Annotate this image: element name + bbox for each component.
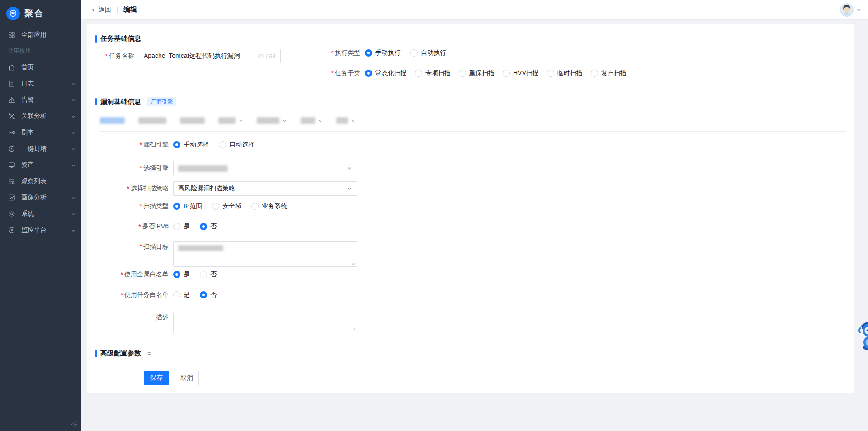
back-button[interactable]: 返回 <box>91 6 111 14</box>
description-textarea[interactable] <box>173 313 357 333</box>
exec-type-radio-group: 手动执行 自动执行 <box>365 49 446 57</box>
radio-auto-exec[interactable]: 自动执行 <box>410 49 446 57</box>
radio-hvv-scan[interactable]: HVV扫描 <box>503 69 539 77</box>
sidebar-item-label: 监控平台 <box>21 226 71 234</box>
chevron-down-icon <box>318 118 323 123</box>
policy-select-dropdown[interactable]: 高风险漏洞扫描策略 <box>173 181 357 196</box>
field-label: * 选择扫描策略 <box>95 185 169 193</box>
sidebar-item-logs[interactable]: 日志 <box>0 76 81 92</box>
correlation-icon <box>8 113 15 120</box>
required-marker: * <box>331 49 334 57</box>
resize-handle[interactable] <box>351 327 356 332</box>
field-label: * 扫描类型 <box>95 202 169 210</box>
sidebar-item-correlation[interactable]: 关联分析 <box>0 108 81 124</box>
sidebar-item-all-apps[interactable]: 全部应用 <box>0 27 81 43</box>
radio-dot <box>251 203 259 210</box>
radio-special-scan[interactable]: 专项扫描 <box>415 69 451 77</box>
field-label: * 选择引擎 <box>95 164 169 172</box>
chevron-down-icon[interactable] <box>856 7 862 13</box>
radio-security-domain[interactable]: 安全域 <box>212 202 241 210</box>
radio-rescan[interactable]: 复扫扫描 <box>591 69 627 77</box>
radio-manual-exec[interactable]: 手动执行 <box>365 49 401 57</box>
field-scan-type: * 扫描类型 IP范围 安全域 业务系统 <box>95 202 287 210</box>
cancel-button[interactable]: 取消 <box>175 371 199 385</box>
chevron-down-icon <box>71 212 76 217</box>
required-marker: * <box>138 223 141 230</box>
resize-handle[interactable] <box>351 261 356 265</box>
radio-task-wl-no[interactable]: 否 <box>200 291 217 299</box>
field-exec-type: * 执行类型 手动执行 自动执行 <box>295 49 446 57</box>
radio-dot <box>410 49 418 57</box>
required-marker: * <box>140 239 142 254</box>
field-label: * 使用任务白名单 <box>95 291 169 299</box>
required-marker: * <box>121 271 123 278</box>
radio-dot <box>200 291 207 298</box>
vendor-tab-redacted[interactable] <box>180 117 205 124</box>
engine-select-dropdown[interactable] <box>173 161 357 175</box>
task-name-input[interactable]: Apache_Tomcat远程代码执行漏洞 21 / 64 <box>139 49 281 63</box>
required-marker: * <box>121 291 123 298</box>
required-marker: * <box>127 185 129 192</box>
brand-name: 聚合 <box>24 8 44 19</box>
sidebar-item-one-click-block[interactable]: 一键封堵 <box>0 141 81 157</box>
scan-target-textarea[interactable] <box>173 241 357 267</box>
radio-temp-scan[interactable]: 临时扫描 <box>547 69 583 77</box>
section-title: 高级配置参数 <box>100 349 141 358</box>
radio-ipv6-no[interactable]: 否 <box>200 223 217 231</box>
sidebar-item-profile-analysis[interactable]: 画像分析 <box>0 189 81 206</box>
sidebar-item-home[interactable]: 首页 <box>0 59 81 76</box>
sidebar-item-system[interactable]: 系统 <box>0 206 81 222</box>
sidebar-collapse-icon[interactable] <box>71 421 78 428</box>
radio-global-wl-yes[interactable]: 是 <box>173 270 190 279</box>
user-avatar[interactable] <box>840 3 854 17</box>
watchlist-icon <box>8 178 15 185</box>
radio-business-system[interactable]: 业务系统 <box>251 202 287 210</box>
assistant-mascot[interactable] <box>856 321 868 351</box>
sidebar-item-assets[interactable]: 资产 <box>0 157 81 173</box>
form-actions: 保存 取消 <box>144 371 199 385</box>
vendor-tab-redacted[interactable] <box>100 117 125 124</box>
collapse-section-icon[interactable] <box>146 350 152 356</box>
field-label: * 漏扫引擎 <box>95 141 169 149</box>
field-task-whitelist: * 使用任务白名单 是 否 <box>95 291 217 299</box>
save-button[interactable]: 保存 <box>144 371 169 385</box>
radio-manual-select[interactable]: 手动选择 <box>173 141 209 149</box>
sidebar-item-label: 首页 <box>21 63 76 71</box>
field-label: * 任务子类 <box>295 69 360 77</box>
chevron-down-icon <box>71 147 76 152</box>
redacted-text <box>100 117 125 124</box>
global-whitelist-radio-group: 是 否 <box>173 270 217 279</box>
field-label: * 执行类型 <box>295 49 360 57</box>
chevron-down-icon <box>347 166 352 171</box>
radio-global-wl-no[interactable]: 否 <box>200 270 217 279</box>
sidebar-item-playbook[interactable]: 剧本 <box>0 124 81 141</box>
vendor-tab-redacted[interactable] <box>336 117 356 124</box>
sidebar-item-label: 剧本 <box>21 128 71 137</box>
radio-key-protection-scan[interactable]: 重保扫描 <box>459 69 495 77</box>
chevron-down-icon <box>71 81 76 86</box>
chevron-left-icon <box>91 7 96 13</box>
sidebar-item-monitor-platform[interactable]: 监控平台 <box>0 222 81 238</box>
brand-shield-icon <box>6 7 20 20</box>
vendor-tab-redacted[interactable] <box>138 117 166 124</box>
sidebar-item-watchlist[interactable]: 观察列表 <box>0 173 81 189</box>
radio-auto-select[interactable]: 自动选择 <box>219 141 255 149</box>
radio-ipv6-yes[interactable]: 是 <box>173 223 190 231</box>
asset-icon <box>8 161 15 169</box>
radio-dot <box>200 271 207 278</box>
vendor-tab-bar <box>100 117 356 124</box>
chevron-down-icon <box>71 163 76 168</box>
vendor-tab-redacted[interactable] <box>218 117 243 124</box>
page-title: 编辑 <box>123 5 137 14</box>
block-icon <box>8 145 15 153</box>
radio-dot <box>503 70 510 77</box>
grid-icon <box>8 31 15 39</box>
sidebar-item-alerts[interactable]: 告警 <box>0 92 81 108</box>
radio-task-wl-yes[interactable]: 是 <box>173 291 190 299</box>
vendor-tab-redacted[interactable] <box>257 117 287 124</box>
vendor-tab-redacted[interactable] <box>301 117 323 124</box>
radio-normalized-scan[interactable]: 常态化扫描 <box>365 69 407 77</box>
radio-dot <box>459 70 466 77</box>
field-policy-select: * 选择扫描策略 高风险漏洞扫描策略 <box>95 181 357 196</box>
radio-ip-range[interactable]: IP范围 <box>173 202 202 210</box>
